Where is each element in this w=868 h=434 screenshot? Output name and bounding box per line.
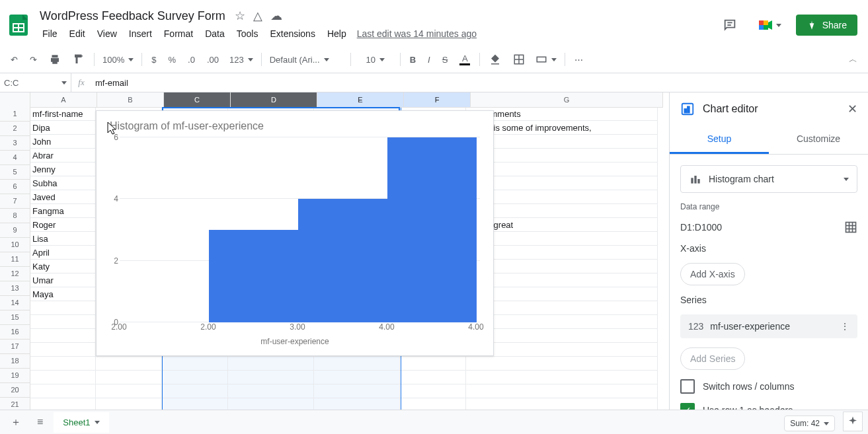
collapse-toolbar-button[interactable]: ︿ — [844, 50, 863, 69]
cell[interactable] — [466, 343, 658, 357]
menu-insert[interactable]: Insert — [124, 26, 157, 42]
row-header-14[interactable]: 14 — [0, 296, 30, 310]
cell[interactable] — [96, 357, 162, 371]
col-header-B[interactable]: B — [97, 92, 164, 107]
row-header-15[interactable]: 15 — [0, 310, 30, 325]
cell[interactable]: mf-comments — [466, 107, 658, 121]
meet-button[interactable] — [754, 13, 785, 37]
redo-button[interactable]: ↷ — [24, 51, 42, 69]
row-header-16[interactable]: 16 — [0, 325, 30, 340]
row-header-20[interactable]: 20 — [0, 383, 30, 398]
strikethrough-button[interactable]: S — [437, 51, 454, 69]
add-series-button[interactable]: Add Series — [680, 347, 745, 370]
menu-edit[interactable]: Edit — [64, 26, 91, 42]
bold-button[interactable]: B — [405, 51, 421, 69]
cell[interactable] — [30, 329, 96, 343]
row-header-2[interactable]: 2 — [0, 122, 30, 136]
cell[interactable] — [96, 384, 162, 398]
move-icon[interactable]: △ — [253, 9, 262, 23]
row-header-7[interactable]: 7 — [0, 194, 30, 209]
cell[interactable] — [466, 232, 658, 246]
explore-button[interactable] — [843, 412, 863, 431]
menu-extensions[interactable]: Extensions — [264, 26, 320, 42]
cell[interactable]: Abrar — [30, 149, 96, 163]
data-range-value[interactable]: D1:D1000 — [680, 222, 722, 233]
cell[interactable] — [228, 384, 314, 398]
borders-button[interactable] — [508, 50, 530, 69]
cell[interactable]: There is some of improvements, — [466, 121, 658, 135]
menu-format[interactable]: Format — [159, 26, 198, 42]
zoom-select[interactable]: 100% — [99, 52, 138, 67]
cell[interactable]: Katy — [30, 260, 96, 273]
all-sheets-button[interactable]: ≡ — [32, 412, 48, 432]
select-range-icon[interactable] — [844, 221, 857, 234]
cell[interactable]: April — [30, 246, 96, 260]
cell[interactable] — [228, 357, 314, 371]
chart-bar[interactable] — [387, 137, 477, 322]
spreadsheet-grid[interactable]: ABCDEFG 12345678910111213141516171819202… — [0, 92, 669, 410]
font-select[interactable]: Default (Ari... — [266, 52, 346, 67]
cell[interactable] — [466, 163, 658, 176]
add-xaxis-button[interactable]: Add X-axis — [680, 263, 745, 285]
cell[interactable] — [466, 398, 658, 410]
col-header-D[interactable]: D — [231, 92, 317, 107]
cell[interactable] — [466, 135, 658, 149]
row-header-1[interactable]: 1 — [0, 107, 30, 122]
cell[interactable] — [466, 176, 658, 190]
undo-button[interactable]: ↶ — [5, 51, 23, 69]
name-box[interactable]: C:C — [0, 73, 71, 92]
cell[interactable] — [466, 287, 658, 301]
status-sum[interactable]: Sum: 42 — [784, 416, 835, 431]
comments-icon[interactable] — [717, 12, 743, 38]
col-header-A[interactable]: A — [30, 92, 97, 107]
row-header-3[interactable]: 3 — [0, 136, 30, 151]
cell[interactable] — [30, 315, 96, 329]
sheet-tab-1[interactable]: Sheet1 — [54, 412, 108, 433]
tab-customize[interactable]: Customize — [769, 126, 868, 154]
row-header-10[interactable]: 10 — [0, 238, 30, 252]
row-header-8[interactable]: 8 — [0, 209, 30, 223]
cell[interactable] — [96, 398, 162, 410]
col-header-F[interactable]: F — [404, 92, 471, 107]
cell[interactable]: Subha — [30, 176, 96, 190]
cell[interactable] — [30, 301, 96, 315]
cell[interactable]: Lisa — [30, 232, 96, 246]
row-header-9[interactable]: 9 — [0, 223, 30, 238]
italic-button[interactable]: I — [422, 51, 436, 69]
menu-tools[interactable]: Tools — [231, 26, 264, 42]
add-sheet-button[interactable]: ＋ — [5, 412, 26, 433]
row-header-17[interactable]: 17 — [0, 340, 30, 354]
font-size-select[interactable]: 10 — [355, 52, 396, 67]
cell[interactable] — [30, 398, 96, 410]
menu-help[interactable]: Help — [322, 26, 352, 42]
cell[interactable] — [96, 371, 162, 384]
cell[interactable] — [466, 149, 658, 163]
cell[interactable] — [162, 357, 228, 371]
row-header-6[interactable]: 6 — [0, 180, 30, 194]
more-icon[interactable]: ⋮ — [840, 321, 849, 332]
cell[interactable] — [228, 371, 314, 384]
cell[interactable] — [400, 371, 466, 384]
cell[interactable]: Roger — [30, 218, 96, 232]
cell[interactable]: nt. — [466, 246, 658, 260]
use-row1-checkbox[interactable]: ✓Use row 1 as headers — [680, 403, 857, 410]
cell[interactable]: e was great — [466, 218, 658, 232]
text-color-button[interactable]: A — [454, 50, 475, 69]
cell[interactable] — [30, 343, 96, 357]
cell[interactable]: Dipa — [30, 121, 96, 135]
cell[interactable] — [466, 301, 658, 315]
more-toolbar-button[interactable]: ⋯ — [569, 51, 588, 69]
merge-cells-button[interactable] — [532, 51, 561, 68]
tab-setup[interactable]: Setup — [670, 126, 769, 154]
currency-button[interactable]: $ — [146, 51, 161, 69]
percent-button[interactable]: % — [163, 51, 181, 69]
doc-title[interactable]: WordPress Feedback Survey Form — [37, 9, 225, 23]
cell[interactable] — [228, 398, 314, 410]
cell[interactable] — [162, 371, 228, 384]
increase-decimal-button[interactable]: .00 — [202, 51, 224, 69]
last-edit-link[interactable]: Last edit was 14 minutes ago — [357, 28, 477, 39]
cell[interactable]: John — [30, 135, 96, 149]
menu-data[interactable]: Data — [200, 26, 230, 42]
more-formats-select[interactable]: 123 — [225, 52, 257, 67]
close-icon[interactable]: ✕ — [848, 102, 857, 116]
